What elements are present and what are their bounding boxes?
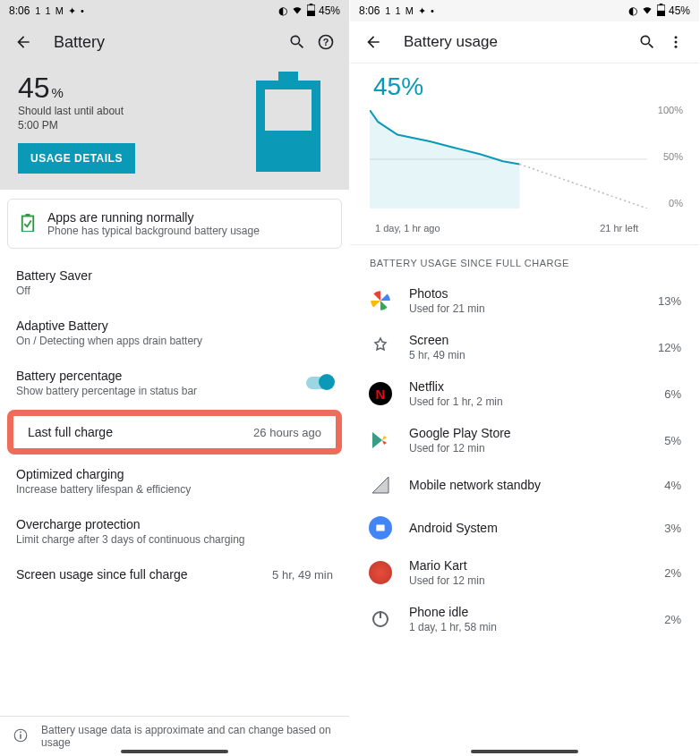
info-icon (13, 727, 29, 746)
usage-details-button[interactable]: USAGE DETAILS (18, 143, 135, 174)
search-button[interactable] (283, 28, 312, 56)
mario-icon (368, 560, 393, 585)
screen-icon (368, 335, 393, 360)
netflix-icon: N (368, 381, 393, 406)
power-icon (368, 607, 393, 632)
app-usage-list: PhotosUsed for 21 min13%Screen5 hr, 49 m… (350, 277, 699, 642)
gesture-bar[interactable] (121, 750, 228, 753)
battery-status-icon (657, 4, 665, 19)
settings-row-battery-percentage[interactable]: Battery percentageShow battery percentag… (0, 358, 349, 408)
card-subtitle: Phone has typical background battery usa… (47, 225, 260, 237)
y-label-0: 0% (669, 198, 683, 208)
battery-pct: 45% (18, 72, 256, 105)
app-pct: 6% (664, 387, 681, 401)
y-label-50: 50% (663, 151, 683, 162)
status-time: 8:06 (359, 4, 380, 17)
svg-rect-9 (20, 731, 21, 733)
app-bar: Battery usage (350, 21, 699, 64)
play-icon (368, 428, 393, 453)
settings-row-last-full-charge[interactable]: Last full charge26 hours ago (7, 410, 342, 454)
status-icons: 1 1 M ✦ • (385, 5, 434, 17)
status-icons: 1 1 M ✦ • (35, 5, 84, 17)
app-pct: 3% (664, 522, 681, 535)
page-title: Battery (54, 33, 105, 52)
photos-icon (368, 288, 393, 313)
app-pct: 13% (658, 294, 681, 308)
search-button[interactable] (633, 28, 662, 56)
settings-row-adaptive-battery[interactable]: Adaptive BatteryOn / Detecting when apps… (0, 308, 349, 358)
svg-rect-11 (660, 4, 663, 5)
signal-icon (368, 472, 393, 497)
battery-ok-icon (21, 214, 35, 234)
android-icon (368, 515, 393, 540)
svg-rect-2 (307, 10, 315, 15)
app-pct: 2% (664, 566, 681, 580)
section-header: BATTERY USAGE SINCE FULL CHARGE (350, 245, 699, 277)
settings-row-screen-usage-since-full-charge[interactable]: Screen usage since full charge5 hr, 49 m… (0, 556, 349, 592)
svg-rect-1 (310, 4, 313, 5)
status-bar: 8:06 1 1 M ✦ • ◐ 45% (0, 0, 349, 21)
vibrate-icon: ◐ (628, 4, 637, 17)
svg-rect-19 (380, 611, 381, 618)
battery-hero: 45% Should last until about5:00 PM USAGE… (0, 63, 349, 190)
app-bar: Battery ? (0, 21, 349, 63)
battery-estimate: Should last until about5:00 PM (18, 105, 143, 132)
page-title: Battery usage (404, 33, 498, 51)
svg-text:?: ? (323, 37, 329, 47)
svg-rect-8 (20, 734, 21, 738)
chart-x-labels: 1 day, 1 hr ago 21 hr left (370, 217, 683, 239)
app-row-google-play-store[interactable]: Google Play StoreUsed for 12 min5% (350, 417, 699, 463)
right-screen: 8:06 1 1 M ✦ • ◐ 45% Battery usage 45% 1… (350, 0, 700, 756)
chart-area: 45% 100% 50% 0% 1 day, 1 hr ago 21 hr le… (350, 64, 699, 244)
app-pct: 12% (658, 341, 681, 354)
app-row-screen[interactable]: Screen5 hr, 49 min12% (350, 324, 699, 370)
back-button[interactable] (359, 28, 388, 56)
help-button[interactable]: ? (312, 28, 340, 56)
app-row-android-system[interactable]: Android System3% (350, 506, 699, 549)
left-screen: 8:06 1 1 M ✦ • ◐ 45% Battery ? 45% Shoul… (0, 0, 350, 756)
settings-list: Battery SaverOffAdaptive BatteryOn / Det… (0, 258, 349, 592)
svg-rect-5 (22, 216, 34, 232)
app-row-netflix[interactable]: NNetflixUsed for 1 hr, 2 min6% (350, 370, 699, 417)
status-bar: 8:06 1 1 M ✦ • ◐ 45% (350, 0, 699, 21)
gesture-bar[interactable] (471, 750, 578, 753)
app-row-phone-idle[interactable]: Phone idle1 day, 1 hr, 58 min2% (350, 596, 699, 642)
app-row-mario-kart[interactable]: Mario KartUsed for 12 min2% (350, 549, 699, 596)
wifi-icon (291, 4, 303, 18)
apps-normal-card[interactable]: Apps are running normally Phone has typi… (7, 199, 342, 249)
chart-current-pct: 45% (373, 72, 683, 101)
svg-rect-17 (376, 525, 384, 531)
battery-chart[interactable]: 100% 50% 0% (370, 110, 683, 217)
battery-status-icon (307, 4, 315, 19)
svg-point-15 (675, 46, 678, 48)
status-battery-pct: 45% (319, 4, 340, 17)
settings-row-optimized-charging[interactable]: Optimized chargingIncrease battery lifes… (0, 456, 349, 506)
toggle-switch[interactable] (306, 377, 333, 389)
app-pct: 4% (664, 479, 681, 492)
y-label-100: 100% (658, 105, 683, 115)
app-pct: 2% (664, 613, 681, 626)
app-row-photos[interactable]: PhotosUsed for 21 min13% (350, 277, 699, 324)
settings-row-battery-saver[interactable]: Battery SaverOff (0, 258, 349, 308)
svg-rect-6 (26, 214, 30, 217)
vibrate-icon: ◐ (278, 4, 287, 17)
overflow-button[interactable] (662, 28, 690, 56)
settings-row-overcharge-protection[interactable]: Overcharge protectionLimit charge after … (0, 506, 349, 556)
app-pct: 5% (664, 434, 681, 447)
svg-point-14 (675, 41, 678, 44)
status-battery-pct: 45% (669, 4, 690, 17)
svg-point-13 (675, 36, 678, 38)
battery-icon (256, 72, 320, 172)
back-button[interactable] (9, 28, 38, 56)
svg-rect-12 (657, 10, 665, 15)
app-row-mobile-network-standby[interactable]: Mobile network standby4% (350, 463, 699, 506)
wifi-icon (641, 4, 653, 18)
card-title: Apps are running normally (47, 210, 260, 225)
status-time: 8:06 (9, 4, 30, 17)
